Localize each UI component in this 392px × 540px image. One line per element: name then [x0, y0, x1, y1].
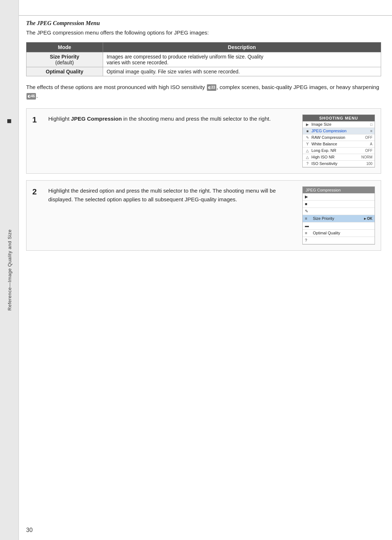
sidebar: ■ Reference—Image Quality and Size	[0, 0, 19, 540]
sidebar-label: Reference—Image Quality and Size	[7, 229, 12, 310]
menu2-row-optimal-quality: ≡ Optimal Quality	[303, 230, 375, 237]
main-content: The JPEG Compression Menu The JPEG compr…	[26, 20, 381, 525]
mode-optimal-quality: Optimal Quality	[26, 67, 103, 76]
menu2-help-icon: ?	[305, 238, 311, 242]
menu2-optimal-icon: ≡	[305, 231, 311, 235]
page-number: 30	[26, 527, 33, 533]
menu-arrow-icon: ▶	[305, 122, 310, 126]
step-1: 1 Highlight JPEG Compression in the shoo…	[26, 108, 381, 174]
step-2-number: 2	[32, 187, 41, 197]
menu-item-jpeg-compression: ■ JPEG Compression ≡	[303, 128, 375, 134]
description-size-priority: Images are compressed to produce relativ…	[103, 52, 381, 67]
menu-item-white-balance: Y White Balance A	[303, 141, 375, 148]
step-1-text: Highlight JPEG Compression in the shooti…	[48, 114, 295, 124]
menu2-arrow-icon: ▶	[305, 194, 311, 199]
menu2-bar-icon: ▬	[305, 223, 311, 228]
menu2-size-icon: ≡	[305, 216, 311, 221]
menu2-row-2: ■	[303, 201, 375, 208]
menu-item-high-iso: △ High ISO NR NORM	[303, 154, 375, 161]
jpeg-compression-menu-header: JPEG Compression	[303, 187, 375, 193]
shooting-menu-header: SHOOTING MENU	[303, 115, 375, 121]
step-2: 2 Highlight the desired option and press…	[26, 180, 381, 251]
camera-icon: ■	[7, 116, 12, 126]
menu-item-raw-compression: ✎ RAW Compression OFF	[303, 134, 375, 141]
description-optimal-quality: Optimal image quality. File size varies …	[103, 67, 381, 76]
menu-pencil-icon: ✎	[305, 136, 310, 140]
menu2-pencil-icon: ✎	[305, 209, 311, 214]
table-row: Size Priority (default) Images are compr…	[26, 52, 381, 67]
step-2-screenshot: JPEG Compression ▶ ■ ✎ ≡ Size Priority ►…	[302, 186, 375, 245]
menu2-row-1: ▶	[303, 193, 375, 201]
menu2-row-help: ?	[303, 237, 375, 244]
step-1-screenshot: SHOOTING MENU ▶ Image Size □ ■ JPEG Comp…	[302, 114, 375, 168]
menu2-row-empty: ▬	[303, 222, 375, 230]
menu-question-icon: ?	[305, 162, 310, 166]
steps-container: 1 Highlight JPEG Compression in the shoo…	[26, 108, 381, 251]
menu-item-long-exp: △ Long Exp. NR OFF	[303, 148, 375, 154]
compression-table: Mode Description Size Priority (default)…	[26, 42, 381, 76]
menu-longexp-icon: △	[305, 149, 310, 153]
menu-highiso-icon: △	[305, 155, 310, 159]
menu-item-iso-sensitivity: ? ISO Sensitivity 100	[303, 161, 375, 167]
mode-size-priority: Size Priority (default)	[26, 52, 103, 67]
step-1-number: 1	[32, 115, 41, 125]
section-title: The JPEG Compression Menu	[26, 20, 381, 27]
step-2-text: Highlight the desired option and press t…	[48, 186, 295, 205]
step-1-bold: JPEG Compression	[71, 116, 122, 122]
menu-item-image-size: ▶ Image Size □	[303, 121, 375, 128]
top-divider	[19, 15, 392, 16]
sharpen-icon: ◐46	[26, 93, 36, 100]
iso-icon: ◐33	[207, 84, 216, 91]
menu2-camera-icon: ■	[305, 202, 311, 206]
table-row: Optimal Quality Optimal image quality. F…	[26, 67, 381, 76]
menu-wb-icon: Y	[305, 142, 310, 146]
effects-text: The effects of these options are most pr…	[26, 83, 381, 100]
menu2-row-3: ✎	[303, 208, 375, 215]
menu-camera-icon: ■	[305, 129, 310, 133]
table-header-mode: Mode	[26, 42, 103, 52]
menu2-row-size-priority: ≡ Size Priority ►OK	[303, 215, 375, 222]
intro-text: The JPEG compression menu offers the fol…	[26, 29, 381, 37]
table-header-description: Description	[103, 42, 381, 52]
